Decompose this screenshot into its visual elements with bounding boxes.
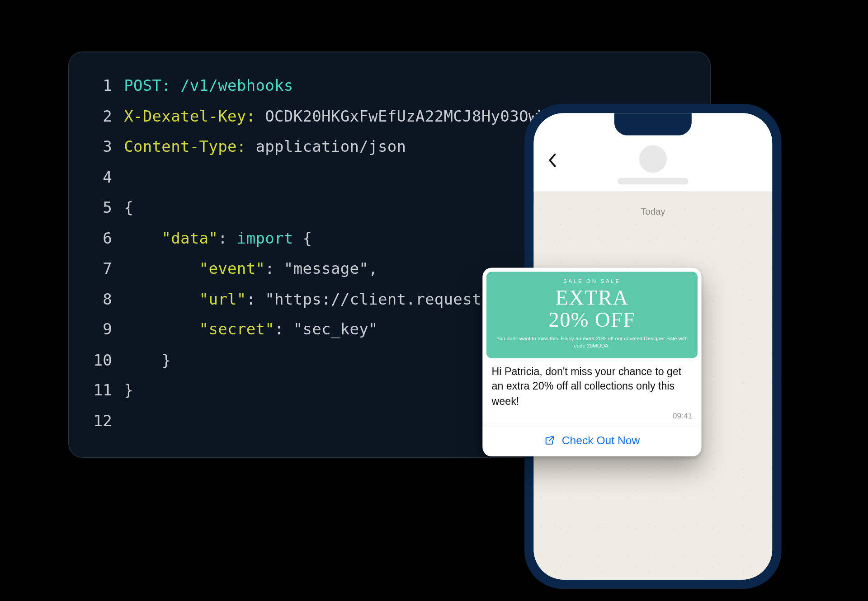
code-line: 1 POST: /v1/webhooks: [82, 70, 692, 101]
http-header-name: Content-Type:: [124, 131, 246, 162]
line-number: 8: [82, 284, 112, 314]
line-number: 3: [82, 131, 112, 162]
line-number: 11: [82, 376, 112, 406]
promo-banner: SALE ON SALE EXTRA 20% OFF You don't wan…: [486, 272, 698, 358]
contact-placeholder: [618, 145, 689, 184]
back-button[interactable]: [543, 151, 561, 169]
http-header-name: X-Dexatel-Key:: [124, 101, 255, 131]
http-header-value: application/json: [246, 131, 406, 162]
line-number: 9: [82, 315, 112, 345]
json-key: "url": [199, 284, 246, 314]
http-method: POST:: [124, 70, 171, 101]
line-number: 7: [82, 254, 112, 284]
promo-headline-line2: 20% OFF: [548, 307, 635, 331]
composition: 1 POST: /v1/webhooks 2 X-Dexatel-Key: OC…: [14, 6, 854, 596]
line-number: 4: [82, 162, 112, 192]
http-header-value: OCDK20HKGxFwEfUzA22MCJ8Hy03OwVw: [255, 101, 557, 131]
json-key: "secret": [199, 315, 274, 345]
message-timestamp: 09:41: [482, 411, 701, 426]
line-number: 10: [82, 345, 112, 375]
phone-notch: [614, 113, 692, 135]
name-placeholder: [618, 178, 689, 184]
promo-headline: EXTRA 20% OFF: [495, 287, 688, 331]
line-number: 6: [82, 223, 112, 253]
check-out-button[interactable]: Check Out Now: [482, 426, 701, 456]
line-number: 1: [82, 70, 112, 101]
brace-open: {: [124, 193, 133, 223]
avatar-placeholder: [639, 145, 667, 173]
promo-eyebrow: SALE ON SALE: [495, 278, 688, 284]
promo-headline-line1: EXTRA: [555, 286, 628, 309]
message-text: Hi Patricia, don't miss your chance to g…: [482, 363, 701, 411]
http-path: /v1/webhooks: [171, 70, 293, 101]
message-card: SALE ON SALE EXTRA 20% OFF You don't wan…: [482, 268, 701, 457]
json-value: "sec_key": [293, 315, 378, 345]
cta-label: Check Out Now: [562, 434, 640, 447]
promo-subtext: You don't want to miss this. Enjoy an ex…: [495, 336, 688, 350]
line-number: 12: [82, 406, 112, 436]
line-number: 5: [82, 193, 112, 223]
json-value: "https://client.requestc: [265, 284, 491, 314]
chevron-left-icon: [547, 153, 557, 168]
brace-close: }: [124, 376, 133, 406]
json-key: "event": [199, 254, 265, 284]
brace-close: }: [161, 345, 171, 375]
json-key: "data": [161, 223, 218, 253]
line-number: 2: [82, 101, 112, 131]
keyword-import: import: [237, 223, 293, 253]
json-value: "message": [284, 254, 368, 284]
external-link-icon: [544, 435, 556, 446]
date-separator: Today: [632, 203, 675, 219]
